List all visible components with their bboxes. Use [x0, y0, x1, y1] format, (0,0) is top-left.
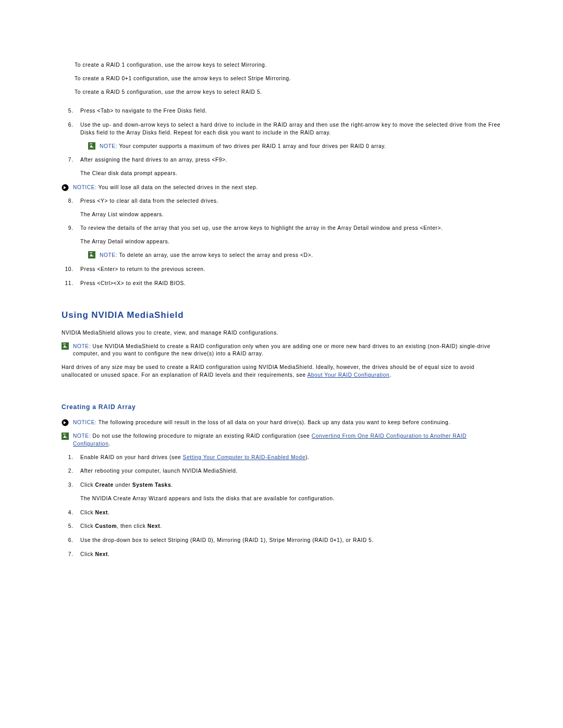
list-item: Press <Tab> to navigate to the Free Disk…: [75, 107, 503, 115]
text: Use the up- and down-arrow keys to selec…: [80, 121, 503, 137]
text: Enable RAID on your hard drives (see: [80, 454, 183, 460]
text: Press <Ctrl><X> to exit the RAID BIOS.: [80, 280, 186, 286]
text: The Array Detail window appears.: [80, 238, 503, 246]
list-item: After rebooting your computer, launch NV…: [75, 467, 503, 475]
note-icon: [88, 251, 95, 258]
notice-callout: NOTICE: The following procedure will res…: [62, 419, 503, 427]
document-page: To create a RAID 1 configuration, use th…: [0, 0, 563, 695]
text: Click: [80, 523, 95, 529]
note-icon: [88, 142, 95, 150]
note-callout: NOTE: To delete an array, use the arrow …: [88, 252, 503, 260]
bold: Next: [95, 510, 108, 515]
note-icon: [62, 433, 69, 440]
list-item: To review the details of the array that …: [75, 225, 503, 259]
text: Click: [80, 551, 95, 557]
list-item: Click Next.: [75, 509, 503, 517]
ordered-list: Press <Tab> to navigate to the Free Disk…: [62, 107, 503, 178]
text: .: [160, 523, 162, 529]
text: The NVIDIA Create Array Wizard appears a…: [80, 495, 503, 503]
list-item: Use the drop-down box to select Striping…: [75, 537, 503, 545]
list-item: Click Next.: [75, 551, 503, 559]
section-heading: Using NVIDIA MediaShield: [62, 309, 503, 322]
subsection-heading: Creating a RAID Array: [62, 403, 503, 412]
list-item: Press <Y> to clear all data from the sel…: [75, 198, 503, 219]
text: Do not use the following procedure to mi…: [91, 433, 312, 439]
text: To review the details of the array that …: [80, 225, 503, 232]
text: .: [108, 551, 109, 557]
list-item: Use the up- and down-arrow keys to selec…: [75, 121, 503, 150]
notice-label: NOTICE:: [73, 419, 97, 425]
note-callout: NOTE: Do not use the following procedure…: [62, 433, 503, 448]
notice-callout: NOTICE: You will lose all data on the se…: [62, 184, 503, 192]
list-item: Press <Enter> to return to the previous …: [75, 266, 503, 274]
text: Use the drop-down box to select Striping…: [80, 537, 374, 543]
text: You will lose all data on the selected d…: [97, 184, 258, 190]
note-text: NOTE: Use NVIDIA MediaShield to create a…: [73, 343, 503, 359]
note-text: NOTE: Your computer supports a maximum o…: [100, 143, 386, 151]
notice-icon: [62, 184, 69, 191]
bold: Custom: [95, 523, 117, 529]
text: Use NVIDIA MediaShield to create a RAID …: [73, 343, 491, 357]
note-label: NOTE:: [100, 252, 117, 258]
ordered-list: Enable RAID on your hard drives (see Set…: [62, 454, 503, 559]
bold: Create: [95, 482, 114, 488]
text: The Clear disk data prompt appears.: [80, 170, 503, 178]
bold: Next: [148, 523, 160, 529]
text: Press <Tab> to navigate to the Free Disk…: [80, 108, 207, 114]
bold: Next: [95, 551, 108, 557]
text: To create a RAID 5 configuration, use th…: [75, 89, 503, 96]
text: Hard drives of any size may be used to c…: [62, 364, 503, 379]
bold: System Tasks: [132, 482, 171, 488]
note-label: NOTE:: [73, 433, 91, 439]
text: Your computer supports a maximum of two …: [117, 143, 386, 149]
text: ).: [305, 454, 309, 460]
text: Click: [80, 482, 95, 488]
note-text: NOTE: Do not use the following procedure…: [73, 433, 503, 448]
text: After assigning the hard drives to an ar…: [80, 156, 503, 164]
note-text: NOTE: To delete an array, use the arrow …: [100, 252, 313, 260]
text: Click: [80, 510, 95, 515]
text: The Array List window appears.: [80, 211, 503, 219]
notice-icon: [62, 419, 69, 426]
list-item: Click Create under System Tasks. The NVI…: [75, 482, 503, 503]
list-item: Enable RAID on your hard drives (see Set…: [75, 454, 503, 462]
text: To delete an array, use the arrow keys t…: [117, 252, 313, 258]
text: To create a RAID 1 configuration, use th…: [75, 61, 503, 69]
note-callout: NOTE: Use NVIDIA MediaShield to create a…: [62, 343, 503, 359]
list-item: Press <Ctrl><X> to exit the RAID BIOS.: [75, 280, 503, 288]
list-item: Click Custom, then click Next.: [75, 523, 503, 530]
link-setting-raid-enabled[interactable]: Setting Your Computer to RAID-Enabled Mo…: [183, 454, 305, 460]
text: Press <Y> to clear all data from the sel…: [80, 198, 503, 205]
text: .: [108, 510, 109, 515]
text: After rebooting your computer, launch NV…: [80, 468, 238, 474]
notice-text: NOTICE: You will lose all data on the se…: [73, 184, 258, 192]
text: The following procedure will result in t…: [97, 419, 450, 425]
text: under: [114, 482, 132, 488]
notice-label: NOTICE:: [73, 184, 97, 190]
text: Hard drives of any size may be used to c…: [62, 364, 474, 378]
link-about-raid-config[interactable]: About Your RAID Configuration: [307, 372, 389, 378]
list-item: After assigning the hard drives to an ar…: [75, 156, 503, 178]
text: , then click: [117, 523, 148, 529]
notice-text: NOTICE: The following procedure will res…: [73, 419, 450, 427]
text: To create a RAID 0+1 configuration, use …: [75, 75, 503, 83]
text: Press <Enter> to return to the previous …: [80, 266, 205, 272]
note-icon: [62, 342, 69, 350]
text: .: [171, 482, 173, 488]
note-callout: NOTE: Your computer supports a maximum o…: [88, 143, 503, 151]
text: Click Create under System Tasks.: [80, 482, 503, 489]
text: NVIDIA MediaShield allows you to create,…: [62, 329, 503, 337]
text: .: [108, 441, 110, 447]
note-label: NOTE:: [73, 343, 91, 349]
note-label: NOTE:: [100, 143, 117, 149]
ordered-list: Press <Y> to clear all data from the sel…: [62, 198, 503, 287]
